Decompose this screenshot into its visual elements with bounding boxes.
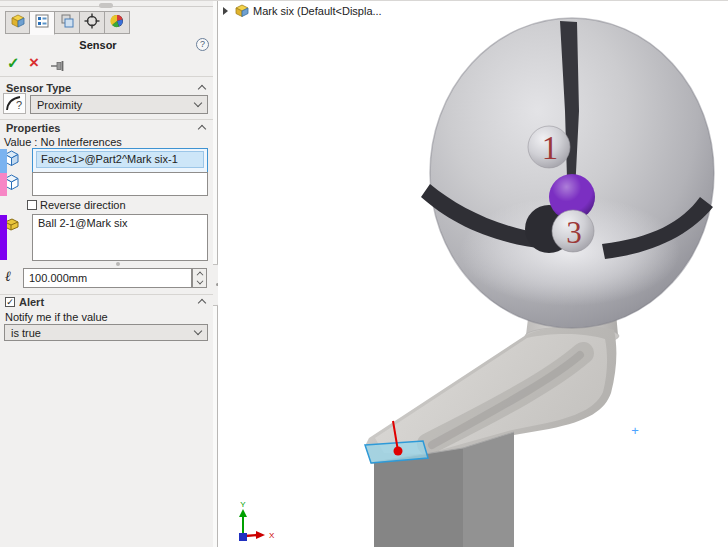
separator <box>0 119 213 120</box>
component-selection-stripe <box>0 215 7 260</box>
alert-header: Alert <box>19 296 44 308</box>
tab-dimxpertmanager[interactable] <box>80 11 105 34</box>
featuremanager-icon <box>10 13 26 33</box>
ball-3-number: 3 <box>566 215 582 250</box>
triad-y-label: Y <box>240 500 246 509</box>
propertymanager-icon <box>34 13 50 33</box>
solidworks-window: Sensor ? ✓ × Sensor Type ? Proximity Pro… <box>0 0 728 547</box>
pedestal-right-face[interactable] <box>463 432 514 547</box>
alert-condition-dropdown[interactable]: is true <box>4 324 208 341</box>
face-selection-item[interactable]: Face<1>@Part2^Mark six-1 <box>36 151 204 168</box>
tab-featuremanager[interactable] <box>5 11 30 34</box>
ball-1-number: 1 <box>542 130 559 166</box>
model-scene[interactable]: 1 3 Y X + <box>218 1 728 547</box>
svg-text:?: ? <box>16 99 22 111</box>
flyout-feature-tree[interactable]: Mark six (Default<Displa... <box>223 4 382 17</box>
alert-collapse-caret[interactable] <box>198 299 206 307</box>
flyout-tree-node-label[interactable]: Mark six (Default<Displa... <box>253 5 382 17</box>
pedestal-front-face[interactable] <box>374 448 463 547</box>
spinner-down-icon[interactable] <box>196 278 203 285</box>
reverse-direction-label: Reverse direction <box>40 199 126 211</box>
graphics-viewport[interactable]: Mark six (Default<Displa... <box>218 1 728 547</box>
sensor-point-marker[interactable] <box>394 447 403 456</box>
distance-icon: ℓ <box>5 269 11 285</box>
chevron-down-icon <box>194 99 202 107</box>
component-selection-box[interactable]: Ball 2-1@Mark six <box>32 214 208 261</box>
ball-3[interactable]: 3 <box>552 210 594 252</box>
cancel-button[interactable]: × <box>29 53 39 73</box>
sensor-type-icon: ? <box>3 93 26 118</box>
tab-displaymanager[interactable] <box>105 11 130 34</box>
displaymanager-colorwheel-icon <box>109 13 125 33</box>
ball-1[interactable]: 1 <box>528 126 570 168</box>
help-icon[interactable]: ? <box>196 38 209 51</box>
pushpin-icon <box>51 60 66 72</box>
property-manager-panel: Sensor ? ✓ × Sensor Type ? Proximity Pro… <box>0 1 213 547</box>
configurationmanager-icon <box>59 13 75 33</box>
tab-propertymanager[interactable] <box>30 11 55 35</box>
pin-button[interactable] <box>51 58 66 76</box>
panel-top-splitter-grip[interactable] <box>99 3 113 8</box>
separator <box>0 76 213 77</box>
panel-title: Sensor <box>0 39 196 51</box>
pointer-plus-mark: + <box>631 423 639 438</box>
direction-selection-stripe <box>0 173 7 196</box>
separator <box>0 294 213 295</box>
flyout-expand-icon[interactable] <box>223 7 228 15</box>
triad-x-label: X <box>269 531 275 540</box>
distance-spinner[interactable] <box>192 268 207 288</box>
component-selection-item[interactable]: Ball 2-1@Mark six <box>33 215 207 231</box>
listbox-resize-grip[interactable] <box>116 262 120 266</box>
alert-checkbox[interactable]: ✓ <box>5 297 15 307</box>
ok-button[interactable]: ✓ <box>7 54 20 72</box>
properties-collapse-caret[interactable] <box>198 125 206 133</box>
triad-z-origin <box>239 533 247 541</box>
face-selection-box[interactable]: Face<1>@Part2^Mark six-1 <box>32 148 208 174</box>
face-selection-stripe <box>0 149 7 173</box>
properties-header: Properties <box>6 122 60 134</box>
direction-selection-box[interactable] <box>32 172 208 196</box>
manager-tab-bar <box>5 11 130 34</box>
dimxpert-crosshair-icon <box>84 13 100 33</box>
tab-configurationmanager[interactable] <box>55 11 80 34</box>
reverse-direction-checkbox[interactable] <box>27 200 37 210</box>
assembly-icon <box>235 4 249 17</box>
value-status-text: Value : No Interferences <box>4 136 122 148</box>
sensor-type-collapse-caret[interactable] <box>198 85 206 93</box>
orientation-triad: Y X <box>239 500 275 541</box>
alert-notify-text: Notify me if the value <box>5 311 108 323</box>
sensor-type-dropdown[interactable]: Proximity <box>30 95 208 114</box>
alert-condition-value: is true <box>11 327 195 339</box>
chevron-down-icon <box>194 327 202 335</box>
distance-input[interactable]: 100.000mm <box>23 268 192 288</box>
sensor-type-value: Proximity <box>37 99 195 111</box>
